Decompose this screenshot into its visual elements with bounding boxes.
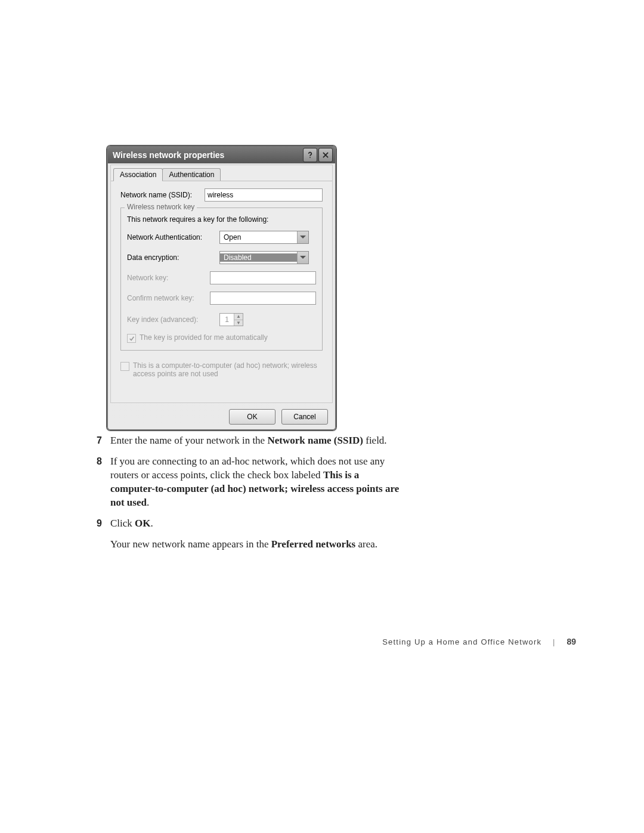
dialog-body: Association Authentication Network name … <box>110 165 333 403</box>
text-fragment: field. <box>363 435 387 446</box>
step-followup: Your new network name appears in the Pre… <box>110 538 402 552</box>
key-index-value: 1 <box>220 314 234 326</box>
ok-button[interactable]: OK <box>229 409 275 425</box>
text-fragment: . <box>151 518 153 529</box>
spinner-up-icon: ▲ <box>234 314 243 320</box>
text-fragment: . <box>147 497 149 508</box>
step-number: 8 <box>80 455 110 510</box>
close-button[interactable] <box>318 148 333 162</box>
help-icon <box>306 151 314 159</box>
wireless-properties-dialog: Wireless network properties Association … <box>107 145 336 431</box>
step-number: 7 <box>80 434 110 448</box>
auth-label: Network Authentication: <box>127 233 219 241</box>
check-icon <box>129 336 135 342</box>
wireless-key-fieldset: Wireless network key This network requir… <box>120 208 323 351</box>
text-fragment: Enter the name of your network in the <box>110 435 267 446</box>
key-index-label: Key index (advanced): <box>127 315 219 324</box>
fieldset-legend: Wireless network key <box>125 203 197 211</box>
tabs-strip: Association Authentication <box>111 165 332 181</box>
key-index-spinner: 1 ▲ ▼ <box>219 313 243 326</box>
authentication-value: Open <box>220 233 297 241</box>
step-text: Click OK. <box>110 517 402 531</box>
adhoc-checkbox <box>120 362 129 371</box>
text-fragment: Your new network name appears in the <box>110 538 271 550</box>
text-fragment: area. <box>355 538 377 550</box>
fieldset-hint: This network requires a key for the foll… <box>127 215 316 224</box>
encryption-value: Disabled <box>220 253 297 262</box>
footer-section: Setting Up a Home and Office Network <box>382 637 541 646</box>
cancel-button[interactable]: Cancel <box>281 409 328 425</box>
text-bold: Network name (SSID) <box>267 435 363 446</box>
step-8: 8 If you are connecting to an ad-hoc net… <box>80 455 402 510</box>
footer-separator: | <box>553 637 556 646</box>
ssid-label: Network name (SSID): <box>120 191 205 199</box>
tab-association[interactable]: Association <box>113 168 163 181</box>
dialog-titlebar: Wireless network properties <box>108 147 335 163</box>
page-number: 89 <box>566 637 576 646</box>
ssid-input[interactable] <box>205 188 323 202</box>
text-bold: OK <box>135 518 150 529</box>
authentication-select[interactable]: Open <box>219 231 309 244</box>
step-text: Enter the name of your network in the Ne… <box>110 434 402 448</box>
help-button[interactable] <box>303 148 317 162</box>
text-fragment: Click <box>110 518 135 529</box>
step-7: 7 Enter the name of your network in the … <box>80 434 402 448</box>
dialog-title: Wireless network properties <box>113 150 303 160</box>
tab-authentication[interactable]: Authentication <box>162 168 221 181</box>
page-footer: Setting Up a Home and Office Network | 8… <box>0 637 576 646</box>
confirm-key-input <box>210 292 316 305</box>
encryption-label: Data encryption: <box>127 253 219 262</box>
step-number: 9 <box>80 517 110 531</box>
network-key-label: Network key: <box>127 274 210 282</box>
network-key-input <box>210 271 316 284</box>
spinner-down-icon: ▼ <box>234 320 243 326</box>
chevron-down-icon <box>297 252 308 264</box>
tab-panel-association: Network name (SSID): Wireless network ke… <box>111 181 332 383</box>
auto-key-checkbox <box>127 334 136 343</box>
text-bold: Preferred networks <box>271 538 355 550</box>
auto-key-label: The key is provided for me automatically <box>140 333 268 342</box>
step-text: If you are connecting to an ad-hoc netwo… <box>110 455 402 510</box>
instruction-list: 7 Enter the name of your network in the … <box>80 434 402 552</box>
svg-point-0 <box>309 157 311 158</box>
adhoc-label: This is a computer-to-computer (ad hoc) … <box>133 361 320 378</box>
step-9: 9 Click OK. <box>80 517 402 531</box>
spinner-arrows: ▲ ▼ <box>234 314 243 326</box>
confirm-key-label: Confirm network key: <box>127 294 210 302</box>
chevron-down-icon <box>297 231 308 243</box>
close-icon <box>321 151 330 159</box>
encryption-select[interactable]: Disabled <box>219 251 309 264</box>
